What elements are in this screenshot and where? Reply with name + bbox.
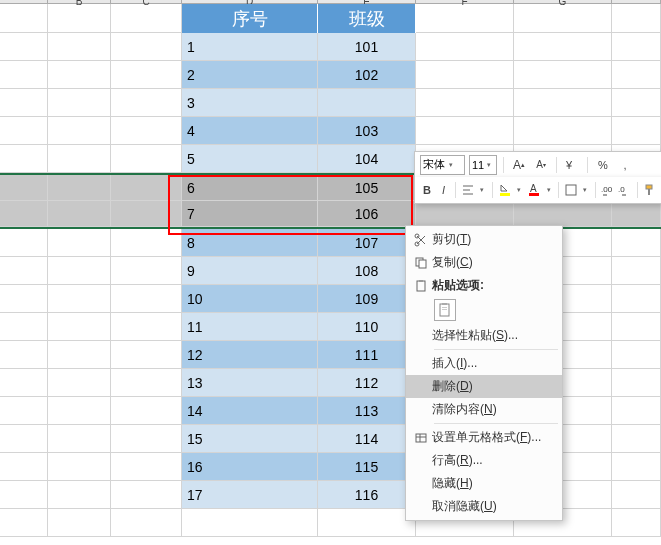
align-button[interactable] xyxy=(461,181,475,199)
menu-label: 取消隐藏(U) xyxy=(432,498,554,515)
cell-class[interactable]: 103 xyxy=(318,117,416,145)
cell-seq[interactable]: 8 xyxy=(182,229,318,257)
cell-class[interactable]: 101 xyxy=(318,33,416,61)
cell-class[interactable]: 105 xyxy=(318,175,416,201)
menu-label: 粘贴选项: xyxy=(432,277,554,294)
cell-class[interactable]: 112 xyxy=(318,369,416,397)
cell-seq[interactable]: 10 xyxy=(182,285,318,313)
cell-seq[interactable]: 16 xyxy=(182,453,318,481)
currency-button[interactable]: ¥ xyxy=(563,156,581,174)
font-size-select[interactable]: 11▾ xyxy=(469,155,497,175)
menu-format-cells[interactable]: 设置单元格格式(F)... xyxy=(406,426,562,449)
cell-seq[interactable]: 12 xyxy=(182,341,318,369)
percent-button[interactable]: % xyxy=(594,156,612,174)
cell-class[interactable]: 115 xyxy=(318,453,416,481)
menu-row-height[interactable]: 行高(R)... xyxy=(406,449,562,472)
cut-icon xyxy=(410,233,432,247)
menu-label: 插入(I)... xyxy=(432,355,554,372)
svg-rect-4 xyxy=(500,193,510,196)
svg-rect-19 xyxy=(442,303,447,305)
chevron-down-icon[interactable]: ▾ xyxy=(581,186,590,194)
cell-seq[interactable]: 7 xyxy=(182,201,318,227)
menu-cut[interactable]: 剪切(T) xyxy=(406,228,562,251)
col-header-g[interactable]: G xyxy=(514,0,612,3)
format-cells-icon xyxy=(410,431,432,445)
menu-clear[interactable]: 清除内容(N) xyxy=(406,398,562,421)
chevron-down-icon: ▾ xyxy=(484,161,494,169)
bold-button[interactable]: B xyxy=(420,181,434,199)
cell-seq[interactable]: 15 xyxy=(182,425,318,453)
font-name-select[interactable]: 宋体▾ xyxy=(420,155,465,175)
align-icon xyxy=(462,184,474,196)
increase-font-button[interactable]: A▴ xyxy=(510,156,528,174)
cell-seq[interactable]: 14 xyxy=(182,397,318,425)
svg-rect-15 xyxy=(419,260,426,268)
svg-rect-16 xyxy=(417,281,425,291)
menu-label: 选择性粘贴(S)... xyxy=(432,327,554,344)
col-header-c[interactable]: C xyxy=(111,0,182,3)
menu-unhide[interactable]: 取消隐藏(U) xyxy=(406,495,562,518)
fill-icon xyxy=(498,183,512,197)
format-painter-button[interactable] xyxy=(642,181,656,199)
table-header-class[interactable]: 班级 xyxy=(318,4,416,33)
cell-class[interactable]: 104 xyxy=(318,145,416,173)
cell-seq[interactable]: 2 xyxy=(182,61,318,89)
col-header-d[interactable]: D xyxy=(182,0,318,3)
cell-class[interactable]: 110 xyxy=(318,313,416,341)
cell-seq[interactable]: 13 xyxy=(182,369,318,397)
cell-seq[interactable]: 1 xyxy=(182,33,318,61)
menu-label: 设置单元格格式(F)... xyxy=(432,429,554,446)
cell-seq[interactable]: 11 xyxy=(182,313,318,341)
font-color-icon: A xyxy=(527,183,541,197)
chevron-down-icon[interactable]: ▾ xyxy=(478,186,487,194)
font-color-button[interactable]: A xyxy=(527,181,541,199)
col-header-f[interactable]: F xyxy=(416,0,514,3)
fill-color-button[interactable] xyxy=(498,181,512,199)
cell-seq[interactable]: 5 xyxy=(182,145,318,173)
cell-class[interactable]: 111 xyxy=(318,341,416,369)
cell-class[interactable]: 116 xyxy=(318,481,416,509)
svg-rect-10 xyxy=(646,185,652,189)
menu-hide[interactable]: 隐藏(H) xyxy=(406,472,562,495)
cell-class[interactable]: 109 xyxy=(318,285,416,313)
cell-seq[interactable]: 3 xyxy=(182,89,318,117)
menu-insert[interactable]: 插入(I)... xyxy=(406,352,562,375)
increase-decimal-button[interactable]: .0 xyxy=(618,181,632,199)
cell-seq[interactable]: 9 xyxy=(182,257,318,285)
svg-rect-21 xyxy=(442,309,447,310)
menu-delete[interactable]: 删除(D) xyxy=(406,375,562,398)
cell-class[interactable] xyxy=(318,89,416,117)
decimal-icon: .0 xyxy=(618,184,632,196)
cell-class[interactable]: 102 xyxy=(318,61,416,89)
col-header-e[interactable]: E xyxy=(318,0,416,3)
cell-class[interactable]: 108 xyxy=(318,257,416,285)
cell-class[interactable]: 113 xyxy=(318,397,416,425)
paste-option-button[interactable] xyxy=(434,299,456,321)
border-button[interactable] xyxy=(564,181,578,199)
chevron-down-icon[interactable]: ▾ xyxy=(544,186,553,194)
svg-text:.00: .00 xyxy=(601,185,613,194)
comma-style-button[interactable]: , xyxy=(616,156,634,174)
menu-label: 删除(D) xyxy=(432,378,554,395)
cell-class[interactable]: 106 xyxy=(318,201,416,227)
chevron-down-icon[interactable]: ▾ xyxy=(515,186,524,194)
table-header-seq[interactable]: 序号 xyxy=(182,4,318,33)
cell-class[interactable]: 114 xyxy=(318,425,416,453)
cell-seq[interactable]: 4 xyxy=(182,117,318,145)
cell-class[interactable]: 107 xyxy=(318,229,416,257)
paste-icon xyxy=(410,279,432,293)
cell-seq[interactable]: 17 xyxy=(182,481,318,509)
decrease-font-button[interactable]: A▾ xyxy=(532,156,550,174)
menu-paste-special[interactable]: 选择性粘贴(S)... xyxy=(406,324,562,347)
menu-label: 隐藏(H) xyxy=(432,475,554,492)
svg-rect-7 xyxy=(566,185,576,195)
svg-rect-22 xyxy=(416,434,426,442)
decrease-decimal-button[interactable]: .00 xyxy=(601,181,615,199)
col-header-b[interactable]: B xyxy=(48,0,111,3)
menu-copy[interactable]: 复制(C) xyxy=(406,251,562,274)
menu-paste-options-header: 粘贴选项: xyxy=(406,274,562,297)
cell-seq[interactable]: 6 xyxy=(182,175,318,201)
brush-icon xyxy=(643,184,655,196)
italic-button[interactable]: I xyxy=(437,181,451,199)
svg-rect-6 xyxy=(529,193,539,196)
